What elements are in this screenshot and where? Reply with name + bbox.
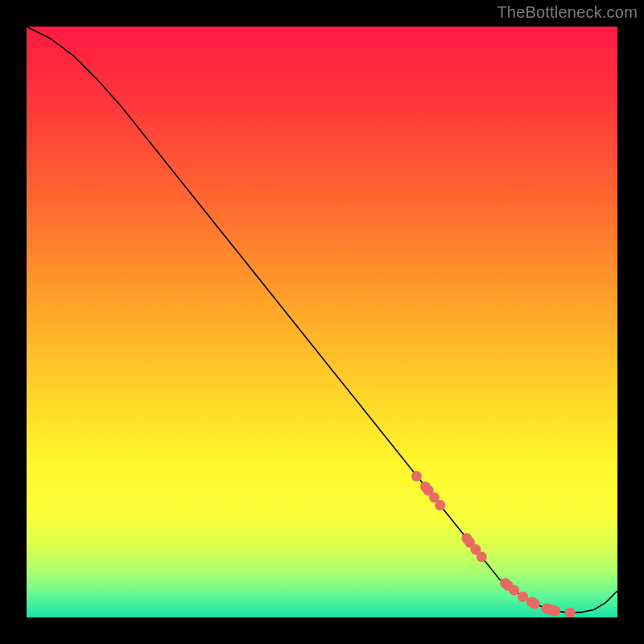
marker-point bbox=[550, 605, 560, 616]
marker-point bbox=[435, 500, 445, 510]
marker-point bbox=[530, 599, 540, 609]
chart-background bbox=[27, 27, 617, 617]
chart-stage: TheBottleneck.com bbox=[0, 0, 644, 644]
marker-point bbox=[411, 471, 422, 481]
chart-plot bbox=[27, 27, 617, 617]
marker-point bbox=[518, 592, 528, 602]
watermark-text: TheBottleneck.com bbox=[497, 3, 638, 22]
marker-point bbox=[477, 551, 487, 562]
marker-point bbox=[509, 585, 519, 596]
chart-svg bbox=[27, 27, 617, 617]
